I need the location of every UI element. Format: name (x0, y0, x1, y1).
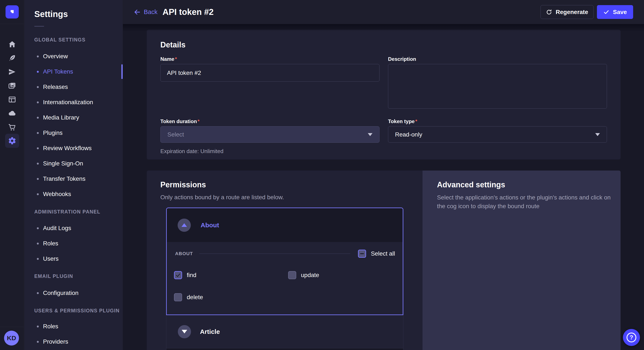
settings-sidebar: Settings GLOBAL SETTINGS Overview API To… (24, 0, 123, 350)
sidebar-item-transfer-tokens[interactable]: Transfer Tokens (24, 171, 122, 186)
permission-update[interactable]: update (288, 271, 319, 279)
sidebar-item-admin-users[interactable]: Users (24, 251, 122, 266)
token-duration-label: Token duration (160, 118, 200, 124)
select-all-checkbox[interactable] (358, 250, 366, 258)
sidebar-item-admin-roles[interactable]: Roles (24, 236, 122, 251)
accordion-article-title: Article (200, 328, 220, 335)
collapse-toggle-button[interactable] (178, 219, 191, 232)
back-label: Back (144, 8, 158, 15)
select-all-label: Select all (371, 250, 395, 257)
sidebar-item-label: Configuration (43, 290, 78, 296)
bullet-icon (37, 117, 39, 119)
permission-delete[interactable]: delete (174, 293, 203, 301)
permissions-row: Permissions Only actions bound by a rout… (147, 171, 620, 350)
sidebar-item-label: Overview (43, 53, 68, 60)
strapi-logo[interactable] (6, 5, 19, 18)
sidebar-item-label: Plugins (43, 130, 62, 136)
token-type-value: Read-only (395, 131, 595, 138)
save-button[interactable]: Save (597, 5, 633, 19)
sidebar-item-configuration[interactable]: Configuration (24, 285, 122, 301)
about-section-row: ABOUT Select all (167, 248, 403, 259)
accordion-next-section[interactable] (166, 348, 403, 350)
page-title: API token #2 (162, 0, 214, 24)
token-type-select[interactable]: Read-only (388, 126, 607, 143)
permissions-subtitle: Only actions bound by a route are listed… (160, 194, 284, 201)
sidebar-item-providers[interactable]: Providers (24, 334, 122, 349)
sidebar-item-review-workflows[interactable]: Review Workflows (24, 141, 122, 156)
sidebar-item-up-roles[interactable]: Roles (24, 319, 122, 334)
section-label-email-plugin: EMAIL PLUGIN (34, 273, 73, 279)
sidebar-item-label: Audit Logs (43, 225, 71, 232)
page-header: Back API token #2 Regenerate Save (123, 0, 644, 24)
caret-down-icon (182, 330, 187, 334)
help-button[interactable]: ? (623, 329, 640, 346)
section-administration-panel: Audit Logs Roles Users (24, 220, 122, 266)
sidebar-item-label: Single Sign-On (43, 160, 83, 167)
cloud-icon[interactable] (8, 109, 17, 118)
sidebar-item-audit-logs[interactable]: Audit Logs (24, 220, 122, 236)
sidebar-item-label: Internationalization (43, 99, 93, 106)
description-textarea[interactable] (388, 64, 607, 109)
checkmark-icon (175, 272, 181, 278)
sidebar-item-label: Releases (43, 84, 68, 90)
sidebar-item-label: Roles (43, 323, 58, 330)
cart-icon[interactable] (8, 123, 17, 132)
token-duration-value: Select (168, 131, 368, 138)
back-button[interactable]: Back (134, 0, 158, 24)
sidebar-item-plugins[interactable]: Plugins (24, 125, 122, 141)
update-label: update (301, 272, 319, 279)
token-duration-select[interactable]: Select (160, 126, 380, 143)
check-icon (603, 9, 610, 15)
select-all-control[interactable]: Select all (358, 250, 395, 258)
accordion-about: About ABOUT Select all (166, 207, 403, 315)
images-icon[interactable] (8, 81, 17, 90)
strapi-logo-icon (8, 8, 16, 15)
sidebar-item-label: Media Library (43, 114, 79, 121)
sidebar-item-api-tokens[interactable]: API Tokens (24, 64, 122, 79)
section-label-administration-panel: ADMINISTRATION PANEL (34, 209, 100, 215)
accordion-about-header[interactable]: About (167, 208, 403, 242)
sidebar-item-overview[interactable]: Overview (24, 49, 122, 64)
regenerate-button[interactable]: Regenerate (540, 5, 594, 19)
advanced-settings-title: Advanced settings (437, 180, 505, 189)
bullet-icon (37, 86, 39, 88)
bullet-icon (37, 101, 39, 103)
expand-toggle-button[interactable] (178, 325, 191, 338)
permissions-title: Permissions (160, 180, 206, 189)
sidebar-item-releases[interactable]: Releases (24, 79, 122, 95)
send-icon[interactable] (8, 67, 17, 77)
accordion-article-header[interactable]: Article (166, 315, 403, 348)
page-content: Details Name Description Token duration … (123, 24, 644, 350)
regenerate-label: Regenerate (556, 9, 588, 15)
save-label: Save (613, 9, 627, 15)
sidebar-item-label: Users (43, 255, 58, 262)
update-checkbox[interactable] (288, 271, 296, 279)
details-card: Details Name Description Token duration … (147, 30, 620, 160)
layout-icon[interactable] (8, 95, 17, 104)
feather-icon[interactable] (8, 53, 17, 63)
question-icon: ? (626, 333, 636, 342)
logo-area (0, 0, 24, 24)
section-label-users-permissions-plugin: USERS & PERMISSIONS PLUGIN (34, 308, 120, 314)
sidebar-item-webhooks[interactable]: Webhooks (24, 186, 122, 202)
gear-icon[interactable] (5, 134, 19, 148)
chevron-down-icon (368, 133, 372, 136)
about-section-label: ABOUT (175, 251, 193, 256)
bullet-icon (37, 163, 39, 165)
home-icon[interactable] (8, 39, 17, 49)
back-arrow-icon (134, 8, 141, 16)
nav-rail: KD (0, 0, 24, 350)
name-input[interactable] (160, 64, 380, 82)
bullet-icon (37, 326, 39, 328)
find-checkbox[interactable] (174, 271, 182, 279)
delete-checkbox[interactable] (174, 293, 182, 301)
sidebar-item-internationalization[interactable]: Internationalization (24, 95, 122, 110)
refresh-icon (546, 9, 552, 15)
permission-find[interactable]: find (174, 271, 196, 279)
sidebar-item-media-library[interactable]: Media Library (24, 110, 122, 125)
user-avatar[interactable]: KD (4, 331, 19, 346)
sidebar-item-single-sign-on[interactable]: Single Sign-On (24, 156, 122, 171)
bullet-icon (37, 178, 39, 180)
section-users-permissions-plugin: Roles Providers (24, 319, 122, 349)
bullet-icon (37, 71, 39, 73)
